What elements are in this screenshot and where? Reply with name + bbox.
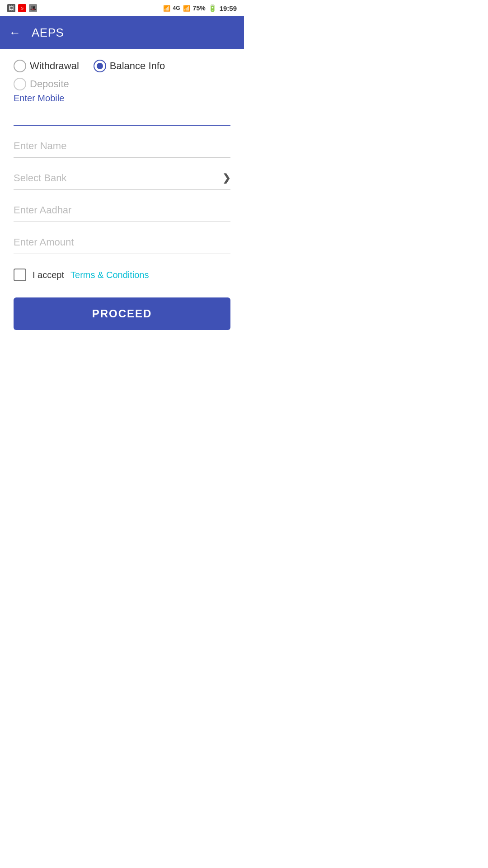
aadhar-input[interactable] xyxy=(14,203,230,218)
radio-row: Withdrawal Balance Info Deposite xyxy=(14,60,230,90)
radio-group: Withdrawal Balance Info Deposite Enter M… xyxy=(14,60,230,104)
name-field-container xyxy=(14,138,230,158)
terms-link[interactable]: Terms & Conditions xyxy=(70,270,149,280)
chevron-right-icon: ❯ xyxy=(222,172,230,184)
terms-text: I accept xyxy=(33,270,64,280)
aadhar-field-container xyxy=(14,203,230,222)
status-bar-right: 📶 4G 📶 75% 🔋 19:59 xyxy=(163,4,237,12)
content-area: Withdrawal Balance Info Deposite Enter M… xyxy=(0,49,244,341)
radio-withdrawal[interactable]: Withdrawal xyxy=(14,60,79,72)
radio-withdrawal-label: Withdrawal xyxy=(30,60,79,72)
terms-checkbox[interactable] xyxy=(14,269,26,281)
sim-icon: 📶 xyxy=(163,5,170,12)
radio-deposite-circle[interactable] xyxy=(14,78,26,90)
enter-mobile-label: Enter Mobile xyxy=(14,93,64,104)
amount-input[interactable] xyxy=(14,235,230,250)
proceed-button[interactable]: PROCEED xyxy=(14,297,230,330)
status-bar-left-icons: 🖼 S 🎩 xyxy=(7,4,37,12)
bank-input[interactable] xyxy=(14,170,222,186)
radio-balance-info[interactable]: Balance Info xyxy=(94,60,165,72)
battery-percent: 75% xyxy=(193,5,206,12)
hat-icon: 🎩 xyxy=(29,4,37,12)
radio-balance-info-circle[interactable] xyxy=(94,60,106,72)
mobile-input[interactable] xyxy=(14,108,230,122)
battery-icon: 🔋 xyxy=(208,4,217,12)
back-button[interactable]: ← xyxy=(9,27,21,38)
radio-deposite[interactable]: Deposite xyxy=(14,78,69,90)
terms-row: I accept Terms & Conditions xyxy=(14,269,230,281)
signal-icon2: 📶 xyxy=(183,5,190,12)
radio-withdrawal-circle[interactable] xyxy=(14,60,26,72)
sony-icon: S xyxy=(18,4,26,12)
radio-balance-info-label: Balance Info xyxy=(110,60,165,72)
bank-field-container[interactable]: ❯ xyxy=(14,170,230,190)
amount-field-container xyxy=(14,235,230,254)
radio-deposite-label: Deposite xyxy=(30,78,69,90)
photo-icon: 🖼 xyxy=(7,4,15,12)
app-title: AEPS xyxy=(32,26,64,40)
4g-label: 4G xyxy=(173,5,180,11)
status-bar: 🖼 S 🎩 📶 4G 📶 75% 🔋 19:59 xyxy=(0,0,244,16)
app-bar: ← AEPS xyxy=(0,16,244,49)
name-input[interactable] xyxy=(14,138,230,154)
mobile-input-container xyxy=(14,108,230,126)
time-label: 19:59 xyxy=(220,5,237,12)
